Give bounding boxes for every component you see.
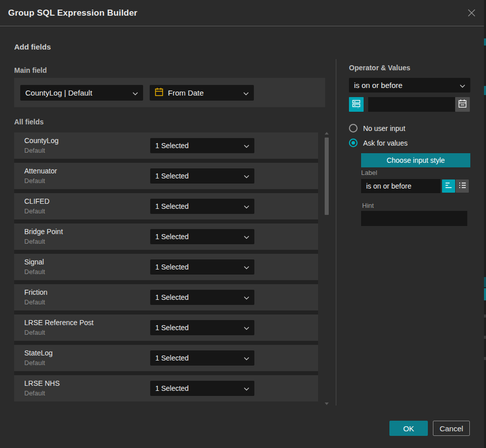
main-field-label: Main field	[14, 66, 47, 74]
close-icon	[467, 9, 476, 19]
main-layer-dropdown-value: CountyLog | Default	[25, 88, 129, 97]
field-selection-dropdown[interactable]: 1 Selected	[150, 199, 254, 214]
single-line-input-style-button[interactable]	[442, 180, 455, 193]
single-line-input-icon	[445, 182, 453, 190]
field-selection-value: 1 Selected	[155, 384, 241, 392]
chevron-down-icon	[244, 202, 249, 210]
scrollbar-thumb[interactable]	[325, 138, 329, 215]
list-input-style-button[interactable]	[456, 180, 469, 193]
field-row: CountyLog Default 1 Selected	[14, 132, 318, 159]
field-selection-value: 1 Selected	[155, 263, 241, 271]
field-selection-value: 1 Selected	[155, 293, 241, 301]
field-row: StateLog Default 1 Selected	[14, 345, 318, 371]
radio-circle-selected	[349, 139, 358, 147]
chevron-down-icon	[244, 233, 249, 241]
radio-no-user-input[interactable]: No user input	[349, 124, 405, 132]
date-value-input[interactable]	[368, 97, 455, 112]
chevron-down-icon	[244, 142, 249, 150]
field-row: Friction Default 1 Selected	[14, 284, 318, 310]
field-selection-value: 1 Selected	[155, 324, 241, 332]
main-field-dropdown[interactable]: From Date	[150, 85, 254, 101]
background-app-sliver	[484, 0, 486, 448]
chevron-down-icon	[244, 354, 249, 362]
main-field-dropdown-value: From Date	[168, 88, 240, 97]
chevron-down-icon	[132, 88, 138, 97]
field-row: Attenuator Default 1 Selected	[14, 163, 318, 189]
chevron-down-icon	[460, 81, 465, 89]
all-fields-label: All fields	[14, 118, 43, 126]
field-selection-dropdown[interactable]: 1 Selected	[150, 350, 254, 366]
field-row: Bridge Point Default 1 Selected	[14, 223, 318, 250]
field-selection-dropdown[interactable]: 1 Selected	[150, 229, 254, 244]
field-row: Signal Default 1 Selected	[14, 254, 318, 280]
main-field-panel: CountyLog | Default From Date	[14, 78, 325, 107]
chevron-down-icon	[243, 88, 249, 97]
chevron-down-icon	[244, 293, 249, 301]
radio-ask-for-values[interactable]: Ask for values	[349, 139, 408, 147]
list-scrollbar	[324, 132, 330, 405]
field-selection-value: 1 Selected	[155, 172, 241, 180]
unique-values-button[interactable]	[349, 97, 364, 112]
label-input[interactable]	[361, 179, 440, 193]
label-field-label: Label	[361, 169, 377, 176]
close-button[interactable]	[465, 7, 478, 20]
date-picker-button[interactable]	[455, 97, 470, 112]
chevron-down-icon	[244, 172, 249, 180]
field-selection-value: 1 Selected	[155, 233, 241, 241]
date-field-calendar-icon	[155, 87, 163, 98]
dialog-title: Group SQL Expression Builder	[8, 0, 138, 26]
main-layer-dropdown[interactable]: CountyLog | Default	[20, 85, 143, 101]
ok-button[interactable]: OK	[389, 421, 428, 436]
date-picker-calendar-icon	[458, 99, 467, 110]
hint-field-label: Hint	[362, 202, 374, 209]
add-fields-heading: Add fields	[14, 42, 51, 51]
panel-divider	[336, 59, 336, 406]
scrollbar-up-arrow[interactable]	[325, 132, 329, 135]
field-row: LRSE Reference Post Default 1 Selected	[14, 315, 318, 341]
unique-values-icon	[352, 100, 361, 110]
field-selection-dropdown[interactable]: 1 Selected	[150, 381, 254, 396]
choose-input-style-button[interactable]: Choose input style	[361, 153, 470, 167]
field-selection-value: 1 Selected	[155, 354, 241, 362]
chevron-down-icon	[244, 384, 249, 392]
field-selection-dropdown[interactable]: 1 Selected	[150, 259, 254, 275]
radio-circle-unselected	[349, 124, 358, 132]
field-row: CLIFED Default 1 Selected	[14, 193, 318, 219]
operator-dropdown-value: is on or before	[354, 81, 457, 89]
operator-values-heading: Operator & Values	[349, 64, 410, 72]
group-sql-expression-builder-dialog: Group SQL Expression Builder Add fields …	[0, 0, 484, 448]
cancel-button[interactable]: Cancel	[433, 421, 470, 436]
scrollbar-down-arrow[interactable]	[325, 402, 329, 405]
radio-no-user-input-label: No user input	[363, 124, 405, 132]
list-values-icon	[459, 182, 466, 190]
chevron-down-icon	[244, 263, 249, 271]
field-selection-value: 1 Selected	[155, 142, 241, 150]
chevron-down-icon	[244, 324, 249, 332]
dialog-titlebar: Group SQL Expression Builder	[0, 0, 484, 26]
radio-ask-for-values-label: Ask for values	[363, 139, 408, 147]
field-selection-dropdown[interactable]: 1 Selected	[150, 320, 254, 335]
field-row: LRSE NHS Default 1 Selected	[14, 375, 318, 401]
hint-input[interactable]	[361, 211, 467, 226]
all-fields-list: CountyLog Default 1 Selected Attenuator …	[14, 132, 318, 401]
field-selection-dropdown[interactable]: 1 Selected	[150, 168, 254, 184]
field-selection-value: 1 Selected	[155, 202, 241, 210]
operator-dropdown[interactable]: is on or before	[349, 78, 470, 93]
value-input-row	[349, 97, 470, 112]
field-selection-dropdown[interactable]: 1 Selected	[150, 290, 254, 305]
field-selection-dropdown[interactable]: 1 Selected	[150, 138, 254, 153]
